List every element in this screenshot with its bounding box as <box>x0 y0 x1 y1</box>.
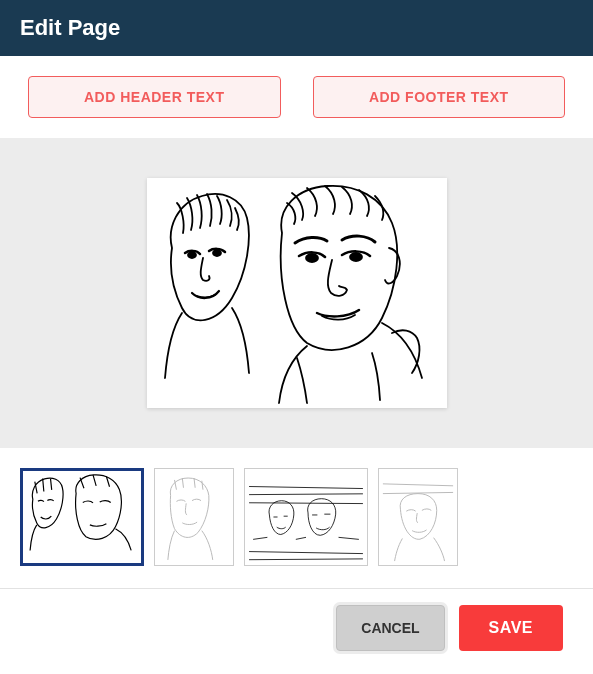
thumbnail-option[interactable] <box>244 468 368 566</box>
dialog-footer: CANCEL SAVE <box>0 589 593 667</box>
preview-area <box>0 138 593 448</box>
save-button[interactable]: SAVE <box>459 605 563 651</box>
preview-image <box>147 178 447 408</box>
cancel-button[interactable]: CANCEL <box>336 605 444 651</box>
text-options-row: ADD HEADER TEXT ADD FOOTER TEXT <box>0 56 593 138</box>
svg-point-4 <box>350 253 362 261</box>
svg-rect-6 <box>155 472 233 562</box>
svg-point-1 <box>188 252 196 258</box>
sketch-image <box>147 178 447 408</box>
thumbnail-option[interactable] <box>378 468 458 566</box>
add-header-text-button[interactable]: ADD HEADER TEXT <box>28 76 281 118</box>
thumbnail-strip <box>0 448 593 589</box>
svg-point-3 <box>306 254 318 262</box>
add-footer-text-button[interactable]: ADD FOOTER TEXT <box>313 76 566 118</box>
svg-point-2 <box>213 250 221 256</box>
thumbnail-option[interactable] <box>154 468 234 566</box>
page-title: Edit Page <box>20 15 120 40</box>
thumbnail-option[interactable] <box>20 468 144 566</box>
svg-rect-7 <box>245 470 367 564</box>
dialog-header: Edit Page <box>0 0 593 56</box>
